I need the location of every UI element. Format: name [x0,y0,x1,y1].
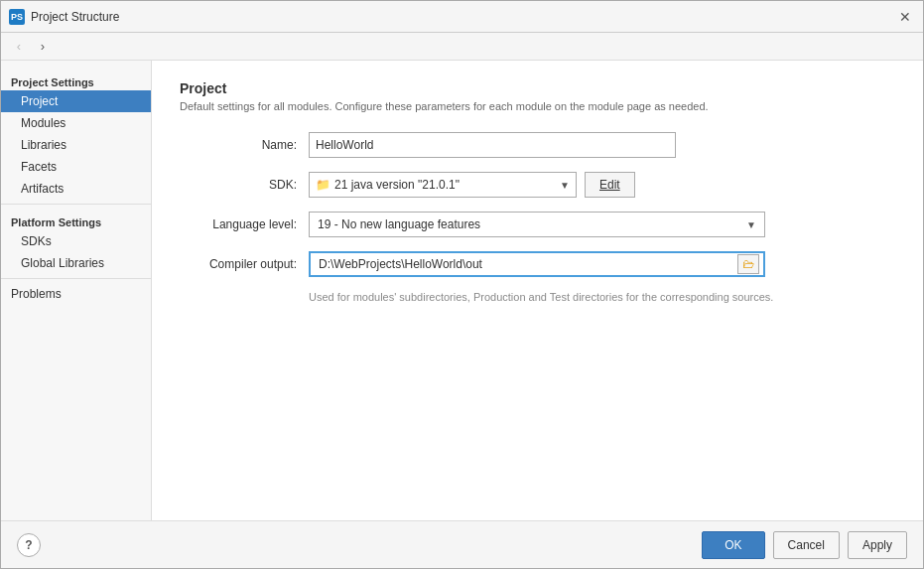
sdk-select[interactable]: 📁 21 java version "21.0.1" ▼ [309,172,577,198]
ok-button[interactable]: OK [702,531,764,559]
sidebar-item-global-libraries[interactable]: Global Libraries [1,252,151,274]
compiler-output-row: Compiler output: 🗁 [180,251,895,277]
compiler-output-hint: Used for modules' subdirectories, Produc… [309,291,895,303]
name-control-area [309,132,895,158]
name-input[interactable] [309,132,676,158]
sdk-edit-button[interactable]: Edit [585,172,635,198]
title-bar-left: PS Project Structure [9,9,119,25]
compiler-output-label: Compiler output: [180,257,309,271]
section-desc: Default settings for all modules. Config… [180,100,895,112]
content-area: Project Settings Project Modules Librari… [1,61,923,520]
sidebar-item-artifacts[interactable]: Artifacts [1,178,151,200]
compiler-output-wrapper: 🗁 [309,251,765,277]
compiler-output-input[interactable] [315,257,737,271]
language-level-label: Language level: [180,217,309,231]
main-panel: Project Default settings for all modules… [152,61,923,520]
sdk-label: SDK: [180,178,309,192]
sdk-folder-icon: 📁 [316,178,330,192]
language-level-dropdown-arrow-icon: ▼ [746,219,756,230]
language-level-control-area: 19 - No new language features ▼ [309,212,895,237]
sidebar: Project Settings Project Modules Librari… [1,61,152,520]
sidebar-divider-2 [1,278,151,279]
language-level-row: Language level: 19 - No new language fea… [180,212,895,237]
sidebar-item-project[interactable]: Project [1,90,151,112]
bottom-bar: ? OK Cancel Apply [1,520,923,568]
title-bar: PS Project Structure ✕ [1,1,923,33]
apply-button[interactable]: Apply [848,531,907,559]
project-structure-dialog: PS Project Structure ✕ ‹ › Project Setti… [0,0,924,569]
language-level-select[interactable]: 19 - No new language features ▼ [309,212,765,237]
forward-button[interactable]: › [33,37,53,57]
compiler-output-control-area: 🗁 [309,251,895,277]
app-icon: PS [9,9,25,25]
sidebar-item-libraries[interactable]: Libraries [1,134,151,156]
sdk-select-text: 21 java version "21.0.1" [334,178,556,192]
sidebar-divider-1 [1,204,151,205]
cancel-button[interactable]: Cancel [773,531,840,559]
section-title: Project [180,80,895,96]
name-label: Name: [180,138,309,152]
close-button[interactable]: ✕ [895,7,915,27]
sidebar-item-facets[interactable]: Facets [1,156,151,178]
project-settings-section: Project Settings [1,72,151,90]
help-button[interactable]: ? [17,533,41,557]
bottom-actions: OK Cancel Apply [702,531,907,559]
sdk-dropdown-arrow-icon: ▼ [560,180,570,191]
sdk-row: SDK: 📁 21 java version "21.0.1" ▼ Edit [180,172,895,198]
language-level-text: 19 - No new language features [318,217,746,231]
dialog-title: Project Structure [31,10,119,24]
name-row: Name: [180,132,895,158]
compiler-folder-button[interactable]: 🗁 [737,254,759,274]
sidebar-item-modules[interactable]: Modules [1,112,151,134]
sidebar-item-sdks[interactable]: SDKs [1,230,151,252]
nav-bar: ‹ › [1,33,923,61]
platform-settings-section: Platform Settings [1,213,151,230]
sdk-control-area: 📁 21 java version "21.0.1" ▼ Edit [309,172,895,198]
sidebar-item-problems[interactable]: Problems [1,283,151,305]
back-button[interactable]: ‹ [9,37,29,57]
